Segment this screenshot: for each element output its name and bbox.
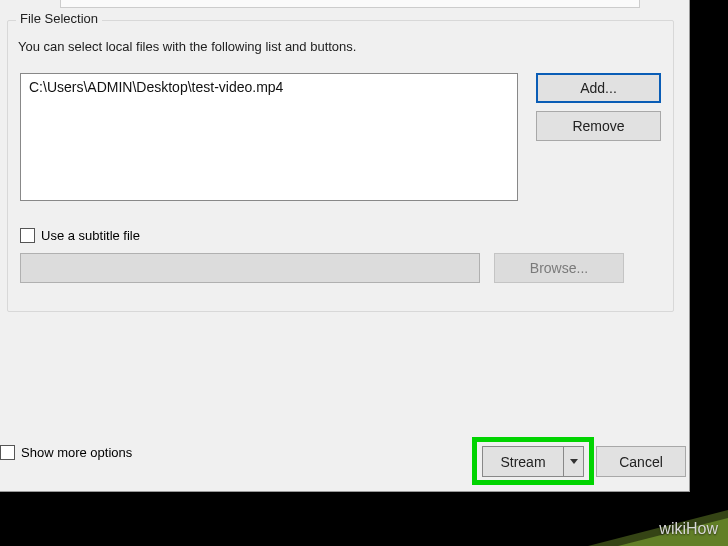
help-text: You can select local files with the foll… [18,39,356,54]
file-list[interactable]: C:\Users\ADMIN\Desktop\test-video.mp4 [20,73,518,201]
subtitle-path-input [20,253,480,283]
more-options-label: Show more options [21,445,132,460]
file-list-item[interactable]: C:\Users\ADMIN\Desktop\test-video.mp4 [29,79,509,95]
tab-panel-inset [60,0,640,8]
more-options-row: Show more options [0,445,132,460]
subtitle-checkbox[interactable] [20,228,35,243]
open-media-dialog: File Selection You can select local file… [0,0,690,492]
remove-button[interactable]: Remove [536,111,661,141]
browse-button: Browse... [494,253,624,283]
add-button[interactable]: Add... [536,73,661,103]
fieldset-legend: File Selection [16,11,102,26]
cancel-button[interactable]: Cancel [596,446,686,477]
watermark-text: wikiHow [659,520,718,538]
stream-button[interactable]: Stream [482,446,564,477]
stream-dropdown-button[interactable] [564,446,584,477]
stream-split-button[interactable]: Stream [482,446,584,477]
chevron-down-icon [570,459,578,464]
file-selection-fieldset: File Selection You can select local file… [7,20,674,312]
subtitle-row: Use a subtitle file [20,228,140,243]
more-options-checkbox[interactable] [0,445,15,460]
subtitle-label: Use a subtitle file [41,228,140,243]
